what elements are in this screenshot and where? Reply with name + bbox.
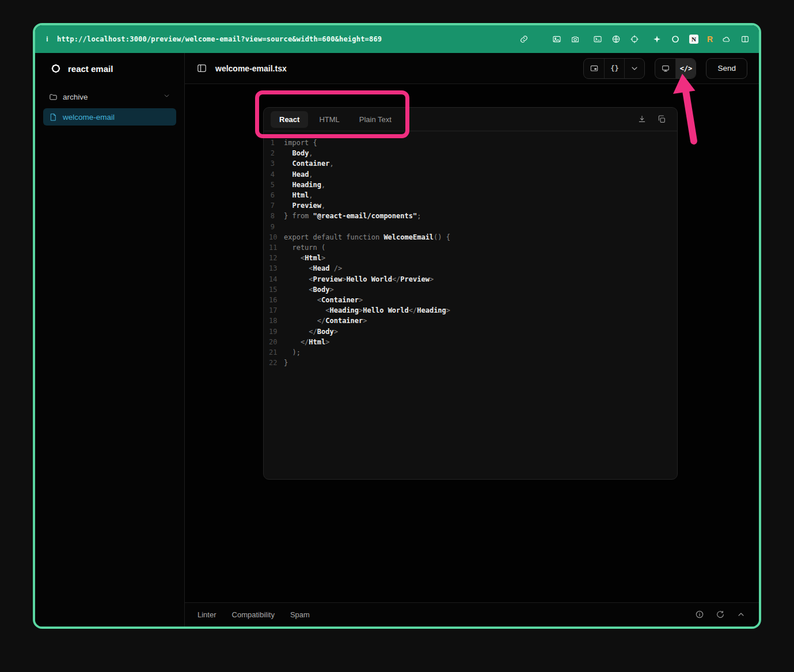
browser-window: i http://localhost:3000/preview/welcome-… xyxy=(33,23,761,629)
sidebar: react email archive welcome-email xyxy=(35,53,185,627)
sidebar-item-label: welcome-email xyxy=(63,113,115,122)
source-view-button[interactable]: </> xyxy=(675,59,696,78)
line-number: 7 xyxy=(269,200,284,211)
folder-icon xyxy=(49,93,58,101)
source-code-panel: ReactHTMLPlain Text 1import {2 Body,3 xyxy=(263,107,678,480)
line-number: 9 xyxy=(269,222,284,232)
link-icon[interactable] xyxy=(519,35,529,44)
chevron-down-icon xyxy=(163,92,170,101)
line-number: 5 xyxy=(269,180,284,190)
code-line: 22} xyxy=(269,358,677,368)
download-icon[interactable] xyxy=(637,115,647,124)
main-area: welcome-email.tsx {} xyxy=(185,53,759,627)
crosshair-icon[interactable] xyxy=(630,35,640,44)
extensions-icon-cluster: N R xyxy=(652,35,750,44)
code-line: 15 <Body> xyxy=(269,284,677,295)
sidebar-folder-archive[interactable]: archive xyxy=(43,88,176,106)
brand[interactable]: react email xyxy=(35,53,184,84)
line-number: 16 xyxy=(269,295,284,305)
header-controls: {} </> Send xyxy=(583,58,747,79)
tab-react[interactable]: React xyxy=(271,111,308,128)
footer-tab-spam[interactable]: Spam xyxy=(290,610,310,619)
code-line: 10export default function WelcomeEmail()… xyxy=(269,232,677,242)
folder-label: archive xyxy=(63,93,88,101)
viewport-icon-button[interactable] xyxy=(584,59,604,78)
footer-bar: LinterCompatibilitySpam xyxy=(185,602,759,627)
line-number: 21 xyxy=(269,347,284,358)
globe-icon[interactable] xyxy=(611,35,621,44)
code-line: 5 Heading, xyxy=(269,180,677,190)
line-number: 12 xyxy=(269,253,284,263)
line-number: 13 xyxy=(269,263,284,274)
cloud-icon[interactable] xyxy=(721,35,731,44)
footer-tab-linter[interactable]: Linter xyxy=(197,610,216,619)
line-number: 6 xyxy=(269,190,284,200)
page-title: welcome-email.tsx xyxy=(215,64,287,73)
devtools-icon-cluster xyxy=(593,35,640,44)
line-number: 20 xyxy=(269,337,284,347)
terminal-icon[interactable] xyxy=(593,35,603,44)
r-extension-icon[interactable]: R xyxy=(707,35,713,44)
page-info-icon[interactable]: i xyxy=(44,35,50,43)
code-line: 3 Container, xyxy=(269,158,677,169)
code-line: 2 Body, xyxy=(269,148,677,158)
star-extension-icon[interactable] xyxy=(652,35,662,44)
viewport-dropdown-button[interactable] xyxy=(624,59,644,78)
code-tabs: ReactHTMLPlain Text xyxy=(271,111,400,128)
code-line: 16 <Container> xyxy=(269,295,677,305)
code-braces-button[interactable]: {} xyxy=(604,59,624,78)
info-circle-icon[interactable] xyxy=(695,610,705,620)
footer-icons xyxy=(695,610,746,620)
code-line: 21 ); xyxy=(269,347,677,358)
main-header: welcome-email.tsx {} xyxy=(185,53,759,84)
file-icon xyxy=(49,113,58,122)
line-number: 11 xyxy=(269,242,284,253)
line-number: 4 xyxy=(269,169,284,180)
code-line: 11 return ( xyxy=(269,242,677,253)
copy-icon[interactable] xyxy=(657,115,667,124)
capture-icon-cluster xyxy=(552,35,580,44)
code-line: 12 <Html> xyxy=(269,253,677,263)
code-line: 4 Head, xyxy=(269,169,677,180)
sidebar-toggle-icon[interactable] xyxy=(196,63,208,74)
code-line: 6 Html, xyxy=(269,190,677,200)
line-number: 2 xyxy=(269,148,284,158)
send-button[interactable]: Send xyxy=(706,58,747,79)
sidebar-list: archive welcome-email xyxy=(35,84,184,129)
line-number: 15 xyxy=(269,284,284,295)
notion-extension-icon[interactable]: N xyxy=(689,35,698,44)
line-number: 17 xyxy=(269,305,284,316)
brand-label: react email xyxy=(68,64,113,74)
line-number: 19 xyxy=(269,326,284,337)
source-panel-header: ReactHTMLPlain Text xyxy=(264,108,677,131)
code-line: 14 <Preview>Hello World</Preview> xyxy=(269,274,677,284)
viewport-control-group: {} xyxy=(583,58,645,79)
react-email-logo-icon xyxy=(50,63,62,74)
tab-plain-text[interactable]: Plain Text xyxy=(351,111,400,128)
line-number: 8 xyxy=(269,211,284,221)
tab-html[interactable]: HTML xyxy=(310,111,348,128)
browser-toolbar: i http://localhost:3000/preview/welcome-… xyxy=(35,25,759,53)
line-number: 22 xyxy=(269,358,284,368)
footer-tab-compatibility[interactable]: Compatibility xyxy=(232,610,275,619)
content-area: ReactHTMLPlain Text 1import {2 Body,3 xyxy=(185,84,759,602)
code-line: 20 </Html> xyxy=(269,337,677,347)
split-view-icon[interactable] xyxy=(740,35,750,44)
image-icon[interactable] xyxy=(552,35,562,44)
code-actions xyxy=(637,115,670,124)
line-number: 10 xyxy=(269,232,284,242)
ring-extension-icon[interactable] xyxy=(671,35,681,44)
line-number: 18 xyxy=(269,316,284,326)
view-mode-group: </> xyxy=(655,58,696,79)
line-number: 1 xyxy=(269,138,284,148)
code-line: 7 Preview, xyxy=(269,200,677,211)
code-line: 9 xyxy=(269,222,677,232)
code-line: 18 </Container> xyxy=(269,316,677,326)
sidebar-item-welcome-email[interactable]: welcome-email xyxy=(43,108,176,126)
refresh-icon[interactable] xyxy=(716,610,725,620)
camera-icon[interactable] xyxy=(571,35,580,44)
chevron-up-icon[interactable] xyxy=(736,610,746,620)
preview-view-button[interactable] xyxy=(655,59,675,78)
url-bar[interactable]: http://localhost:3000/preview/welcome-em… xyxy=(57,35,382,43)
code-editor[interactable]: 1import {2 Body,3 Container,4 Head,5 Hea… xyxy=(264,131,677,479)
